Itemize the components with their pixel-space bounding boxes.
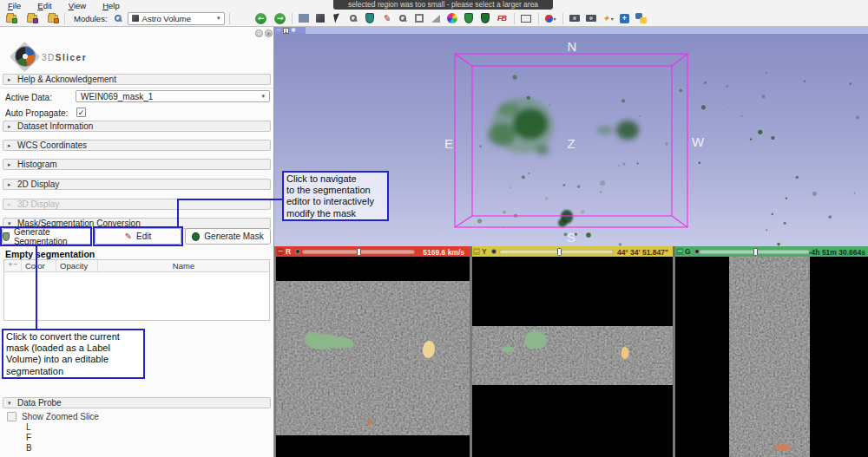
module-forward-icon-glyph: →: [274, 13, 286, 24]
chevron-down-icon: ▾: [554, 16, 556, 22]
generate-mask-button[interactable]: Generate Mask: [185, 228, 271, 245]
volume-rendering-icon[interactable]: [313, 11, 328, 25]
section-data-probe[interactable]: ▾ Data Probe: [3, 397, 271, 408]
segmentation-status: Empty segmentation: [5, 249, 95, 259]
segment-green-small: [501, 347, 515, 353]
auto-propagate-checkbox[interactable]: ✓: [76, 108, 86, 117]
close-panel-icon[interactable]: ⊗: [265, 29, 273, 37]
segment-orange: [775, 444, 791, 451]
visibility-eye-icon[interactable]: [491, 249, 496, 254]
screenshot-icon[interactable]: [568, 11, 582, 25]
astro-shield-icon[interactable]: [363, 11, 378, 25]
collapse-arrow-icon: ▸: [8, 76, 13, 83]
crop-volume-icon[interactable]: [412, 11, 427, 25]
volume-blob-south: [558, 210, 573, 227]
layout-selector-icon-glyph: [299, 14, 309, 23]
show-zoomed-slice-label: Show Zoomed Slice: [22, 412, 99, 421]
slicer-logo: [9, 41, 42, 74]
plot-zoom-icon[interactable]: [346, 11, 361, 25]
load-dicom-icon[interactable]: [24, 11, 39, 25]
column-opacity: Opacity: [56, 260, 98, 271]
active-data-selector[interactable]: WEIN069_mask_1 ▾: [76, 90, 270, 102]
section-dataset-information[interactable]: ▸ Dataset Information: [3, 121, 271, 132]
fiducial-pin-icon-glyph: [545, 15, 553, 23]
highlight-generate-segmentation: [0, 226, 92, 246]
callout-line: [177, 199, 179, 226]
segmentation-table-header: +− Color Opacity Name: [4, 260, 269, 272]
module-back-icon[interactable]: ←: [253, 11, 268, 25]
slider-handle[interactable]: [753, 248, 758, 256]
callout-line: [178, 199, 284, 200]
collapse-view-icon[interactable]: −: [676, 248, 683, 255]
plot-zoom-icon-glyph: [350, 15, 357, 22]
segmentation-table[interactable]: +− Color Opacity Name: [3, 259, 270, 321]
extensions-manager-icon[interactable]: +: [617, 11, 632, 25]
save-data-icon[interactable]: [45, 11, 60, 25]
toolbar-module-icons: ✎FB▾✦▾+: [297, 11, 648, 25]
chevron-down-icon: ▾: [611, 16, 614, 22]
callout-line: [36, 245, 37, 329]
module-selector[interactable]: Astro Volume ▾: [128, 12, 225, 25]
color-wheel-icon[interactable]: [445, 11, 460, 25]
slice-bar-red: − R 5169.6 km/s: [276, 246, 470, 257]
extensions-manager-icon-glyph: +: [620, 14, 629, 23]
toolbar: Modules: Astro Volume ▾ ←→ ✎FB▾✦▾+: [0, 10, 868, 27]
collapse-view-icon[interactable]: −: [473, 248, 480, 255]
slice-offset-slider[interactable]: [499, 250, 614, 254]
section-2d-display[interactable]: ▸ 2D Display: [3, 179, 271, 190]
menu-help[interactable]: Help: [102, 1, 120, 10]
crop-volume-icon-glyph: [415, 14, 424, 23]
module-search-icon[interactable]: [111, 11, 126, 25]
module-forward-icon[interactable]: →: [273, 11, 287, 25]
menu-edit[interactable]: Edit: [37, 1, 51, 10]
visibility-eye-icon[interactable]: [295, 249, 300, 254]
slice-offset-value: 44° 34' 51.847": [617, 248, 668, 257]
measurement-icon[interactable]: [429, 11, 444, 25]
sparkle-icon[interactable]: ✦▾: [601, 11, 615, 25]
chevron-down-icon: ▾: [261, 93, 265, 100]
modules-history-icon-glyph: [237, 16, 246, 22]
collapse-arrow-icon: ▸: [8, 161, 13, 168]
window-level-icon-glyph: [521, 15, 531, 23]
toolbar-nav-icons: ←→: [234, 11, 287, 25]
orientation-label-w: W: [692, 134, 705, 149]
python-console-icon[interactable]: [634, 11, 648, 25]
interaction-icon[interactable]: [330, 11, 345, 25]
modules-history-icon[interactable]: [234, 11, 249, 25]
active-data-value: WEIN069_mask_1: [81, 92, 153, 101]
section-help-acknowledgement[interactable]: ▸ Help & Acknowledgement: [3, 74, 271, 85]
layout-selector-icon[interactable]: [297, 11, 312, 25]
slice-canvas: [472, 257, 673, 457]
show-zoomed-slice-checkbox[interactable]: [7, 412, 16, 421]
section-label: Data Probe: [17, 398, 62, 408]
module-finder-icon[interactable]: [396, 11, 411, 25]
menu-file[interactable]: File: [8, 1, 21, 10]
slice-view-yellow[interactable]: [472, 257, 673, 457]
section-wcs-coordinates[interactable]: ▸ WCS Coordinates: [3, 140, 271, 151]
slice-view-green[interactable]: [675, 257, 868, 457]
screenshot-icon-glyph: [569, 15, 580, 22]
volume-blobs: [488, 98, 639, 155]
collapse-view-icon[interactable]: −: [277, 248, 284, 255]
load-data-icon[interactable]: [3, 11, 18, 25]
expand-collapse-header[interactable]: +−: [4, 260, 22, 271]
slider-handle[interactable]: [357, 248, 361, 256]
orientation-label-s: S: [567, 230, 575, 245]
volume-speckles: [477, 72, 859, 246]
mask-export-shield-icon[interactable]: [478, 11, 493, 25]
toolbar-separator: [292, 13, 293, 24]
annotation-pen-icon[interactable]: ✎: [379, 11, 394, 25]
scene-capture-icon[interactable]: [584, 11, 599, 25]
segmentation-shield-icon[interactable]: [462, 11, 477, 25]
slider-handle[interactable]: [557, 248, 562, 256]
fb-icon[interactable]: FB: [495, 11, 510, 25]
slice-view-red[interactable]: [276, 257, 470, 457]
section-histogram[interactable]: ▸ Histogram: [3, 159, 271, 170]
window-level-icon[interactable]: [519, 11, 534, 25]
undock-panel-icon[interactable]: ◌: [255, 29, 263, 37]
menu-view[interactable]: View: [69, 1, 86, 10]
interaction-icon-glyph: [333, 13, 341, 23]
slice-letter: Y: [482, 247, 487, 256]
python-console-icon-glyph: [635, 13, 647, 23]
fiducial-pin-icon[interactable]: ▾: [543, 11, 558, 25]
